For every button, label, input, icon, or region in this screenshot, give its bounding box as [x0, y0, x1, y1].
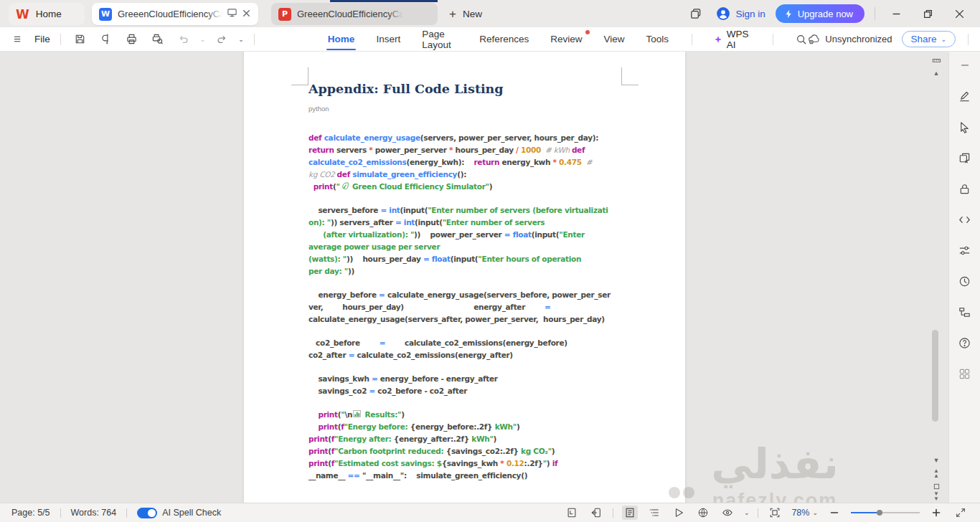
document-tab[interactable]: W GreeenCloudEfficiencyCalcula	[92, 3, 258, 25]
scrollbar-thumb[interactable]	[932, 330, 938, 422]
zoom-out-button[interactable]	[826, 506, 842, 520]
home-tab-label: Home	[36, 9, 62, 19]
print-icon[interactable]	[123, 31, 141, 48]
code-line: (watts): ")) hours_per_day = float(input…	[308, 253, 682, 265]
upgrade-now-button[interactable]: Upgrade now	[776, 4, 864, 23]
menu-icon[interactable]	[9, 31, 27, 48]
document-heading: Appendix: Full Code Listing	[308, 82, 504, 96]
single-page-view-icon[interactable]	[564, 506, 580, 520]
spell-check-toggle[interactable]	[137, 508, 157, 518]
collapse-panel-icon[interactable]	[957, 57, 973, 73]
clear-format-icon[interactable]	[957, 150, 973, 166]
history-icon[interactable]	[957, 273, 973, 289]
previous-page-icon[interactable]: ▲▲	[930, 468, 943, 479]
web-layout-view-icon[interactable]	[695, 506, 711, 520]
next-page-icon[interactable]: ▼▼	[930, 490, 943, 502]
code-line: ver, hours_per_day) energy_after =	[308, 301, 682, 313]
cloud-unsynced-icon	[807, 32, 821, 46]
home-tab[interactable]: W Home	[9, 3, 85, 25]
apps-grid-icon[interactable]	[957, 366, 973, 381]
sign-in-button[interactable]: Sign in	[716, 6, 765, 21]
ai-spell-check: AI Spell Check	[137, 508, 221, 518]
ruler-toggle-icon[interactable]	[930, 54, 943, 66]
outline-view-icon[interactable]	[646, 506, 662, 520]
redo-dropdown-icon[interactable]: ⌄	[238, 36, 244, 43]
page-indicator[interactable]: Page: 5/5	[11, 508, 50, 518]
read-mode-dropdown-icon[interactable]: ⌄	[744, 509, 750, 516]
code-line: print(f"Estimated cost savings: ${saving…	[308, 457, 682, 470]
wps-ai-button[interactable]: WPS AI	[714, 29, 752, 50]
vertical-scrollbar[interactable]: ▲ ▼ ▲▲ ▼▼	[928, 52, 944, 503]
redo-icon[interactable]	[212, 31, 231, 48]
read-mode-icon[interactable]	[720, 506, 735, 520]
tab-references[interactable]: References	[478, 29, 530, 49]
undo-icon[interactable]	[174, 31, 193, 48]
multi-window-icon[interactable]	[684, 3, 706, 24]
close-tab-icon[interactable]	[242, 8, 251, 21]
notification-dot	[585, 30, 590, 34]
search-icon[interactable]	[795, 31, 807, 48]
zoom-slider-knob[interactable]	[877, 510, 882, 516]
undo-dropdown-icon[interactable]: ⌄	[200, 36, 206, 43]
ribbon-divider	[773, 34, 773, 45]
leaf-icon	[341, 181, 349, 194]
close-window-button[interactable]	[948, 3, 970, 24]
select-cursor-icon[interactable]	[957, 119, 973, 135]
tab-home[interactable]: Home	[326, 29, 357, 49]
print-layout-view-icon[interactable]	[622, 506, 638, 520]
document-page[interactable]: Appendix: Full Code Listing python def c…	[244, 52, 685, 503]
pdf-tab[interactable]: P GreeenCloudEfficiencyCalculatorr.pd	[271, 3, 438, 25]
sparkle-icon	[714, 34, 722, 45]
toolbar-divider	[60, 34, 61, 45]
chevron-down-icon: ⌄	[941, 36, 947, 43]
lock-icon[interactable]	[957, 181, 973, 196]
code-line: __name__ == "__main__": simulate_green_e…	[308, 470, 682, 482]
pdf-tab-title: GreeenCloudEfficiencyCalculatorr.pd	[297, 9, 403, 19]
tab-tools[interactable]: Tools	[645, 29, 671, 49]
code-blank-line	[308, 326, 682, 337]
ribbon-right-controls: Unsynchronized Share ⌄ ⌄ ⌄	[807, 31, 980, 48]
scroll-up-icon[interactable]: ▲	[930, 67, 943, 79]
zoom-slider[interactable]	[851, 508, 920, 518]
mobile-view-icon[interactable]	[588, 506, 604, 520]
code-line: print(f"Energy before: {energy_before:.2…	[308, 421, 682, 433]
settings-sliders-icon[interactable]	[957, 242, 973, 258]
save-icon[interactable]	[71, 31, 90, 48]
share-button[interactable]: Share ⌄	[902, 31, 956, 47]
tab-page-layout[interactable]: Page Layout	[420, 24, 459, 55]
word-count[interactable]: Words: 764	[71, 508, 117, 518]
code-blank-line	[308, 361, 682, 373]
slideshow-view-icon[interactable]	[671, 506, 687, 520]
code-line: print(f"Carbon footprint reduced: {savin…	[308, 445, 682, 457]
code-line: calculate_energy_usage(servers_after, po…	[308, 313, 682, 326]
right-tool-sidebar	[948, 52, 980, 503]
restore-button[interactable]	[917, 3, 938, 24]
minimize-button[interactable]	[885, 3, 907, 24]
watermark-logo-dots	[669, 487, 697, 501]
titlebar-divider	[875, 7, 875, 20]
tab-insert[interactable]: Insert	[374, 29, 402, 49]
code-line: average power usage per server	[308, 241, 682, 253]
navigation-tree-icon[interactable]	[957, 304, 973, 320]
code-line: per day: "))	[308, 265, 682, 277]
export-pdf-icon[interactable]	[97, 31, 116, 48]
tab-view[interactable]: View	[603, 29, 626, 49]
scroll-down-icon[interactable]: ▼	[930, 455, 943, 466]
code-panel-icon[interactable]	[957, 212, 973, 227]
signature-pen-icon[interactable]	[957, 88, 973, 104]
fullscreen-icon[interactable]	[953, 506, 969, 520]
screen-share-icon[interactable]	[227, 7, 237, 21]
sync-status[interactable]: Unsynchronized	[807, 32, 892, 46]
print-preview-icon[interactable]	[149, 31, 167, 48]
help-icon[interactable]	[957, 335, 973, 351]
code-blank-line	[308, 277, 682, 289]
top-accent-line	[330, 0, 438, 2]
plus-icon: +	[449, 7, 456, 22]
tab-review[interactable]: Review	[549, 29, 583, 49]
fit-page-icon[interactable]	[767, 506, 783, 520]
zoom-level[interactable]: 78% ⌄	[791, 508, 818, 518]
zoom-in-button[interactable]	[928, 506, 944, 520]
code-blank-line	[308, 193, 682, 204]
file-menu[interactable]: File	[34, 34, 50, 44]
new-tab-button[interactable]: + New	[443, 3, 488, 25]
